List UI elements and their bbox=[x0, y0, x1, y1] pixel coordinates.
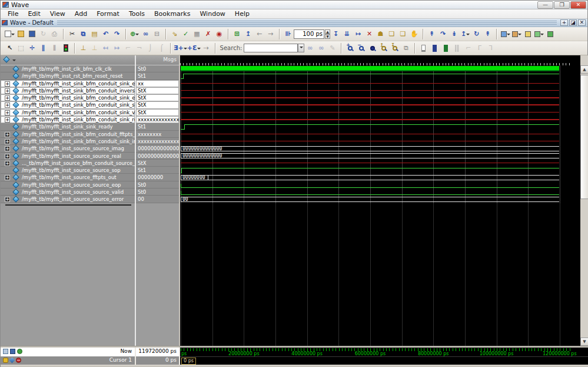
window-next-icon[interactable]: ❏ bbox=[397, 28, 408, 39]
add-cursor-icon[interactable] bbox=[17, 349, 22, 354]
lock-icon[interactable] bbox=[3, 358, 8, 363]
cut-icon[interactable]: ✂ bbox=[67, 28, 78, 39]
expand-icon[interactable]: + bbox=[5, 161, 10, 166]
menu-add[interactable]: Add bbox=[70, 10, 92, 18]
search-next-icon[interactable]: ∞ bbox=[304, 42, 315, 54]
expand-edge-2-icon[interactable]: Γ bbox=[474, 42, 485, 54]
edit-cursor-icon[interactable] bbox=[9, 358, 15, 363]
collapse-icon[interactable]: ⊟ bbox=[151, 28, 162, 39]
time-options-icon[interactable]: ⇢ bbox=[201, 42, 212, 54]
expand-icon[interactable]: + bbox=[5, 110, 10, 115]
paste-icon[interactable]: ▤ bbox=[89, 28, 100, 39]
new-file-icon[interactable] bbox=[4, 28, 15, 39]
scroll-up-arrow[interactable]: ▲ bbox=[580, 65, 588, 74]
signal-row-value[interactable]: StX bbox=[136, 87, 179, 94]
waveform-row-xline[interactable] bbox=[180, 109, 580, 116]
signal-row-name[interactable]: /myfft_tb/myfft_inst_source_source_eop bbox=[1, 181, 135, 189]
restart-icon[interactable]: ⊞ bbox=[231, 28, 242, 39]
signal-row-name[interactable]: +/myfft_tb/myfft_inst_source_source_erro… bbox=[1, 196, 135, 203]
edit-paste-time-icon[interactable]: ⌠ bbox=[156, 42, 167, 54]
wave-canvas[interactable]: 00000000000000000000000000000000000000 bbox=[180, 55, 580, 346]
save-icon[interactable] bbox=[26, 28, 38, 39]
find-icon[interactable]: ∞ bbox=[140, 28, 151, 39]
show-expanded-blue-icon[interactable] bbox=[429, 42, 440, 54]
expand-edge-1-icon[interactable]: ⌐ bbox=[463, 42, 474, 54]
expand-icon[interactable]: + bbox=[5, 88, 10, 94]
remove-cursor-icon[interactable]: − bbox=[16, 358, 21, 363]
signal-row-value[interactable]: 00000000000000 bbox=[136, 145, 179, 152]
expand-icon[interactable]: + bbox=[5, 117, 10, 123]
menu-help[interactable]: Help bbox=[230, 10, 254, 18]
expand-icon[interactable]: + bbox=[5, 139, 10, 144]
check-icon[interactable]: ✓ bbox=[180, 28, 191, 39]
signal-row-name[interactable]: /myfft_tb/myfft_inst_clk_bfm_clk_clk bbox=[1, 65, 135, 72]
reload-icon[interactable]: ↻ bbox=[38, 28, 49, 39]
delete-cursor-icon[interactable]: ↟ bbox=[482, 28, 493, 39]
waveform-row-xline[interactable] bbox=[180, 138, 580, 145]
virtual-mode-icon[interactable]: ⫼ bbox=[49, 42, 60, 54]
waveform-row-bus[interactable]: 00 bbox=[180, 196, 580, 203]
menu-format[interactable]: Format bbox=[92, 10, 124, 18]
signal-row-name[interactable]: /myfft_tb/myfft_inst_rst_bfm_reset_reset bbox=[1, 72, 135, 80]
signal-row-value[interactable]: St1 bbox=[136, 72, 179, 80]
signal-row-name[interactable]: +/myfft_tb/myfft_inst_source_source_real bbox=[1, 153, 135, 160]
scroll-down-arrow[interactable]: ▼ bbox=[580, 338, 588, 346]
menu-tools[interactable]: Tools bbox=[124, 10, 150, 18]
zoom-out-icon[interactable]: − bbox=[356, 42, 367, 54]
menu-file[interactable]: File bbox=[3, 10, 23, 18]
pane-add-button[interactable]: + bbox=[560, 19, 568, 26]
environment-up-icon[interactable]: ↥ bbox=[242, 28, 254, 39]
continue-run-icon[interactable]: ↦ bbox=[353, 28, 364, 39]
waveform-row-xline[interactable] bbox=[180, 101, 580, 108]
expand-time-icon[interactable]: Ǝ+ bbox=[174, 42, 187, 54]
waveform-row-rise[interactable] bbox=[180, 123, 580, 130]
waveform-row-rise[interactable] bbox=[180, 72, 580, 80]
signal-row-name[interactable]: +/myfft_tb/myfft_inst_sink_bfm_conduit_f… bbox=[1, 131, 135, 138]
show-expanded-green-icon[interactable] bbox=[440, 42, 451, 54]
expand-icon[interactable]: + bbox=[5, 81, 10, 87]
signal-row-name[interactable]: +/myfft_tb/myfft_inst_sink_bfm_conduit_s… bbox=[1, 80, 135, 87]
signal-row-value[interactable]: 00000000000000 bbox=[136, 153, 179, 160]
waveform-row-xline[interactable] bbox=[180, 116, 580, 123]
menu-window[interactable]: Window bbox=[195, 10, 230, 18]
compile-icon[interactable]: ⇘ bbox=[169, 28, 180, 39]
signal-row-name[interactable]: /myfft_tb/myfft_inst_source_source_valid bbox=[1, 189, 135, 196]
zoom-range-icon[interactable]: ⧉ bbox=[400, 42, 411, 54]
signal-row-name[interactable]: +/myfft_tb/myfft_inst_sink_bfm_conduit_s… bbox=[1, 101, 135, 108]
menu-bookmarks[interactable]: Bookmarks bbox=[150, 10, 195, 18]
add-wave-icon[interactable]: ⊕ bbox=[129, 28, 140, 39]
signal-row-value[interactable]: xxxxxxxxxxxxxx bbox=[136, 138, 179, 145]
maximize-button[interactable]: ❒ bbox=[554, 1, 570, 9]
pane-undock-button[interactable]: ◪ bbox=[569, 19, 577, 26]
edit-stretch-right-icon[interactable]: ¬ bbox=[134, 42, 145, 54]
search-dropdown[interactable] bbox=[298, 44, 304, 52]
pane-grip[interactable] bbox=[57, 21, 557, 25]
run-length-input[interactable] bbox=[294, 29, 324, 39]
run-all-icon[interactable]: ⇊ bbox=[341, 28, 353, 39]
break-icon[interactable]: ✗ bbox=[202, 28, 214, 39]
signal-row-value[interactable]: xxxxxxxx bbox=[136, 131, 179, 138]
insert-cursor-icon[interactable]: ↥ bbox=[460, 28, 471, 39]
select-mode-icon[interactable]: ↖ bbox=[4, 42, 15, 54]
pan-mode-icon[interactable]: ✛ bbox=[26, 42, 38, 54]
pan-hand-icon[interactable]: ✋ bbox=[408, 28, 420, 39]
copy-value-icon[interactable] bbox=[3, 349, 8, 354]
memory-icon[interactable]: ▦ bbox=[191, 28, 202, 39]
stop-sim-icon[interactable]: ☗ bbox=[375, 28, 386, 39]
signal-row-name[interactable]: +/myfft_tb/myfft_inst_sink_bfm_conduit_s… bbox=[1, 109, 135, 116]
edit-insert-pulse-icon[interactable]: ⊥ bbox=[78, 42, 89, 54]
waveform-row-low[interactable] bbox=[180, 181, 580, 189]
window-icon[interactable] bbox=[10, 349, 15, 354]
signal-row-name[interactable]: /myfft_tb/myfft_inst_sink_sink_ready bbox=[1, 123, 135, 130]
readers-icon[interactable] bbox=[522, 28, 533, 39]
expand-icon[interactable]: + bbox=[5, 175, 10, 180]
signal-row-value[interactable]: StX bbox=[136, 160, 179, 167]
expand-icon[interactable]: + bbox=[5, 154, 10, 159]
dataflow-icon[interactable] bbox=[544, 28, 556, 39]
cursor-time-box[interactable]: 0 ps bbox=[181, 358, 196, 365]
signal-row-value[interactable]: 00000000 bbox=[136, 174, 179, 181]
copy-icon[interactable]: ⧉ bbox=[78, 28, 89, 39]
edit-stretch-left-icon[interactable]: ⌐ bbox=[122, 42, 134, 54]
signal-row-name[interactable]: +/myfft_tb/myfft_inst_sink_bfm_conduit_s… bbox=[1, 116, 135, 123]
pane-close-button[interactable]: ✕ bbox=[578, 19, 586, 26]
